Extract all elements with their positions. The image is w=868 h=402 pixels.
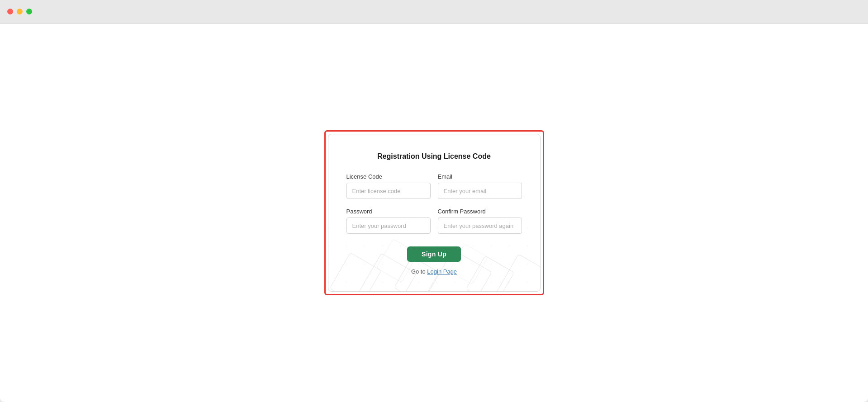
email-label: Email xyxy=(438,173,522,180)
password-input[interactable] xyxy=(346,218,431,234)
email-input[interactable] xyxy=(438,183,522,199)
signup-button[interactable]: Sign Up xyxy=(407,246,461,262)
maximize-button[interactable] xyxy=(26,9,32,14)
confirm-password-label: Confirm Password xyxy=(438,208,522,215)
confirm-password-input[interactable] xyxy=(438,218,522,234)
confirm-password-group: Confirm Password xyxy=(438,208,522,234)
minimize-button[interactable] xyxy=(17,9,23,14)
password-group: Password xyxy=(346,208,431,234)
registration-card: Registration Using License Code License … xyxy=(328,134,541,292)
license-code-group: License Code xyxy=(346,173,431,199)
form-title: Registration Using License Code xyxy=(346,152,522,161)
card-wrapper: Registration Using License Code License … xyxy=(328,134,541,292)
form-row-1: License Code Email xyxy=(346,173,522,199)
license-code-input[interactable] xyxy=(346,183,431,199)
email-group: Email xyxy=(438,173,522,199)
footer: Go to Login Page xyxy=(346,268,522,275)
close-button[interactable] xyxy=(7,9,13,14)
login-page-link[interactable]: Login Page xyxy=(427,268,457,275)
button-row: Sign Up xyxy=(346,246,522,262)
browser-window: Registration Using License Code License … xyxy=(0,0,868,402)
password-label: Password xyxy=(346,208,431,215)
license-code-label: License Code xyxy=(346,173,431,180)
browser-titlebar xyxy=(0,0,868,24)
footer-text: Go to xyxy=(411,268,427,275)
form-row-2: Password Confirm Password xyxy=(346,208,522,234)
browser-content: Registration Using License Code License … xyxy=(0,24,868,402)
card-content: Registration Using License Code License … xyxy=(346,152,522,275)
